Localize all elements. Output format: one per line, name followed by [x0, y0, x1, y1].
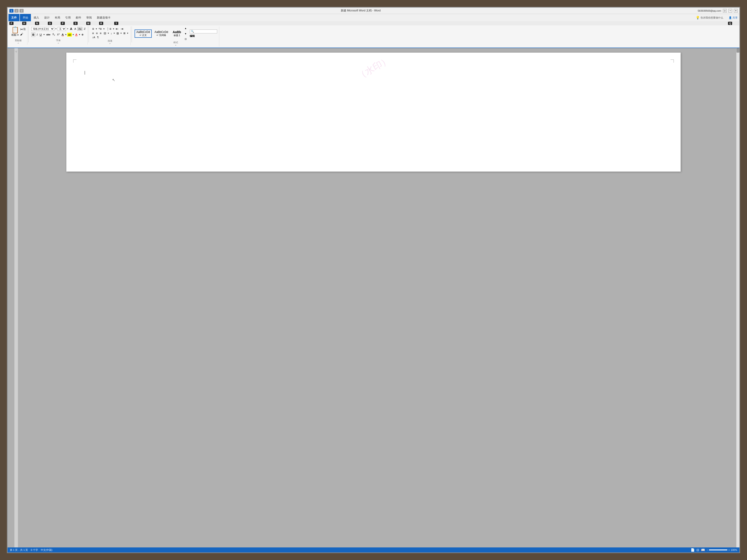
tab-layout[interactable]: 布局 [52, 14, 62, 21]
font-expand[interactable]: ⌐ [58, 42, 59, 44]
style-heading1[interactable]: AaBb 标题 1 [171, 29, 183, 38]
paragraph-content: ≡ ▼ ⁿ≡ ▼ ⋮≡ ▼ ⇤ ⇥ ≡ ≡ [92, 27, 129, 39]
paste-dropdown-icon[interactable]: ▼ [17, 34, 19, 36]
vertical-ruler: 寸 [15, 48, 18, 206]
tab-review[interactable]: 审阅 [84, 14, 94, 21]
bullet-list-btn[interactable]: ≡ [92, 27, 95, 31]
underline-btn[interactable]: U [39, 33, 42, 36]
title-bar: 1 2 3 新建 Microsoft Word 文档 - Word 583939… [7, 7, 275, 14]
align-dropdown[interactable]: ▼ [108, 32, 109, 34]
border-dropdown[interactable]: ▼ [127, 32, 129, 34]
increase-indent-btn[interactable]: ⇥ [120, 27, 124, 31]
subscript-btn[interactable]: X2 [52, 33, 56, 36]
clear-format-btn[interactable]: ℤ [84, 27, 85, 30]
multilevel-dropdown[interactable]: ▼ [112, 28, 114, 30]
kbd-r: R [99, 22, 103, 25]
align-left-btn[interactable]: ≡ [92, 31, 95, 35]
highlight-dropdown[interactable]: ▼ [72, 34, 74, 36]
mouse-cursor: ↖ [112, 78, 115, 82]
bullet-dropdown[interactable]: ▼ [96, 28, 97, 30]
border-btn[interactable]: ⊞ [123, 32, 126, 35]
style-no-spacing[interactable]: AaBbCcDd ↵ 无间隔 [153, 29, 170, 38]
paragraph-group: ≡ ▼ ⁿ≡ ▼ ⋮≡ ▼ ⇤ ⇥ ≡ ≡ [90, 26, 131, 45]
search-edit-area: 🔍 编辑 [190, 29, 217, 38]
tab-1[interactable]: 1 [9, 9, 14, 12]
aa-label[interactable]: Aa [77, 27, 82, 31]
style-scroll: ▲ ▼ ⊡ [184, 27, 187, 41]
clipboard-actions: ✂ ⎘ 🖌 [20, 27, 25, 36]
special-char-btn[interactable]: ⊕ [81, 33, 84, 36]
copy-icon[interactable]: ⎘ [24, 27, 25, 32]
font-name-select[interactable]: 等线 (中文正文) [31, 27, 54, 31]
search-icon: 🔍 [191, 30, 194, 33]
grow-font-btn[interactable]: A [69, 27, 73, 31]
shading-dropdown[interactable]: ▼ [120, 32, 122, 34]
tab-design[interactable]: 设计 [42, 14, 52, 21]
clipboard-expand[interactable]: ⌐ [18, 42, 19, 44]
style-normal[interactable]: AaBbCcDd ↵ 正文 [134, 29, 152, 38]
document-area: 寸 （水印） ↖ [7, 48, 275, 206]
shading-btn[interactable]: ▨ [116, 32, 120, 35]
font-color-btn[interactable]: A [61, 33, 64, 36]
font-name-dropdown[interactable]: ▼ [55, 28, 57, 30]
cut-icon[interactable]: ✂ [20, 27, 23, 32]
line-spacing-btn[interactable]: ↕ [110, 32, 112, 35]
underline-dropdown[interactable]: ▼ [43, 34, 45, 36]
highlight-btn[interactable]: ab [67, 33, 72, 36]
tab-insert[interactable]: 插入 [31, 14, 42, 21]
show-marks-btn[interactable]: ¶ [97, 36, 99, 39]
tab-new-tab[interactable]: 新建选项卡 [95, 14, 113, 21]
num-dropdown[interactable]: ▼ [103, 28, 105, 30]
style-scroll-up[interactable]: ▲ [184, 27, 187, 30]
strikethrough-btn[interactable]: abc [46, 33, 51, 36]
superscript-btn[interactable]: X2 [56, 33, 60, 36]
style-gallery: AaBbCcDd ↵ 正文 AaBbCcDd ↵ 无间隔 AaBb 标题 1 [134, 29, 183, 38]
format-painter-icon[interactable]: 🖌 [20, 32, 25, 36]
font-color-row: A ▼ ab ▼ A ▼ ⊕ [61, 33, 84, 36]
font-format-row: B I U ▼ abc X2 X2 A ▼ ab ▼ [31, 32, 84, 37]
kbd-g: G [48, 22, 52, 25]
ribbon: 文件 开始 插入 设计 布局 引用 邮件 审阅 新建选项卡 💡 告诉我你想要做什… [7, 14, 275, 48]
align-center-btn[interactable]: ≡ [95, 31, 98, 35]
style-expand-btn[interactable]: ⊡ [184, 37, 187, 41]
tab-references[interactable]: 引用 [63, 14, 73, 21]
font-size-dropdown[interactable]: ▼ [67, 28, 69, 30]
paste-label[interactable]: 粘贴 [11, 33, 17, 36]
text-color-dropdown[interactable]: ▼ [78, 34, 80, 36]
clipboard-label: 剪贴板 [15, 38, 22, 42]
multilevel-list-btn[interactable]: ⋮≡ [105, 27, 112, 31]
style-scroll-down[interactable]: ▼ [184, 32, 187, 35]
tab-3[interactable]: 3 [20, 9, 24, 12]
paste-icon: 📋 [11, 27, 19, 33]
line-spacing-dropdown[interactable]: ▼ [113, 32, 115, 34]
paragraph-expand-icon: ⌐ [109, 43, 110, 45]
document-page[interactable]: （水印） ↖ [67, 53, 275, 171]
font-size-select[interactable]: 五号 [58, 27, 66, 31]
decrease-indent-btn[interactable]: ⇤ [115, 27, 119, 31]
italic-btn[interactable]: I [36, 33, 38, 36]
tab-mailings[interactable]: 邮件 [74, 14, 83, 21]
paste-area[interactable]: 📋 粘贴 ▼ [11, 27, 19, 36]
font-content: 等线 (中文正文) ▼ 五号 ▼ A A Aa ℤ [31, 27, 85, 38]
styles-expand[interactable]: ⌐ [175, 44, 177, 46]
monitor-screen: 1 2 3 新建 Microsoft Word 文档 - Word 583939… [7, 7, 275, 206]
paste-label-row: 粘贴 ▼ [11, 33, 19, 36]
num-list-btn[interactable]: ⁿ≡ [98, 27, 102, 31]
clipboard-content: 📋 粘贴 ▼ ✂ ⎘ 🖌 [11, 27, 25, 38]
font-color-dropdown[interactable]: ▼ [65, 34, 67, 36]
styles-content: AaBbCcDd ↵ 正文 AaBbCcDd ↵ 无间隔 AaBb 标题 1 [134, 27, 217, 41]
bold-btn[interactable]: B [31, 32, 35, 37]
shrink-font-btn[interactable]: A [74, 27, 77, 30]
styles-group: AaBbCcDd ↵ 正文 AaBbCcDd ↵ 无间隔 AaBb 标题 1 [133, 26, 219, 47]
paragraph-expand[interactable]: ⌐ [109, 43, 110, 45]
search-box[interactable]: 🔍 [190, 29, 217, 33]
tab-2[interactable]: 2 [15, 9, 19, 12]
text-color-btn[interactable]: A [75, 33, 78, 36]
sort-btn[interactable]: ↕A [92, 36, 96, 39]
tab-home[interactable]: 开始 [20, 14, 31, 21]
align-right-btn[interactable]: ≡ [99, 31, 102, 35]
ribbon-content: 📋 粘贴 ▼ ✂ ⎘ 🖌 [7, 25, 275, 48]
justify-btn[interactable]: ⊟ [103, 31, 107, 35]
tab-file[interactable]: 文件 [8, 14, 20, 21]
main-layout: 文件 开始 插入 设计 布局 引用 邮件 审阅 新建选项卡 💡 告诉我你想要做什… [7, 14, 275, 206]
